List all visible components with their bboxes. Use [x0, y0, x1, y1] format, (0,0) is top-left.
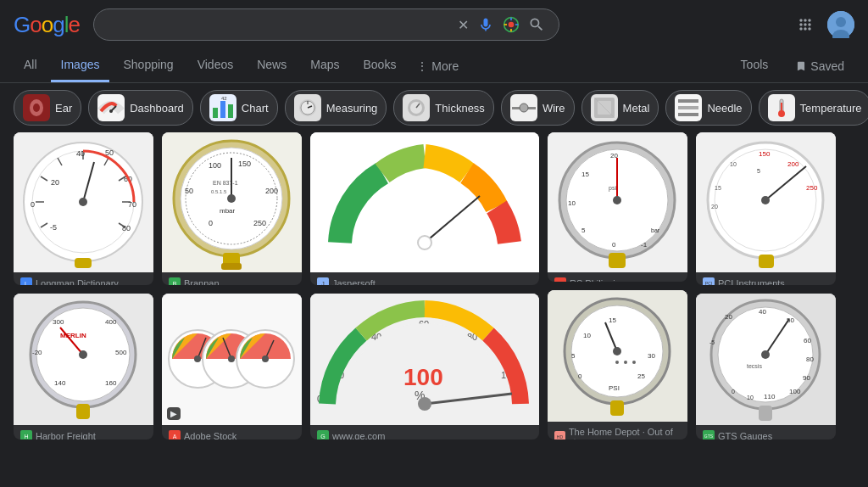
- image-card-9-source: HD The Home Depot · Out of st...: [554, 427, 681, 439]
- filter-chart[interactable]: 42 Chart: [200, 90, 278, 126]
- svg-text:0: 0: [732, 389, 735, 395]
- lens-button[interactable]: [503, 16, 520, 33]
- google-logo: Google: [14, 12, 80, 38]
- svg-text:100: 100: [403, 364, 443, 390]
- svg-text:0: 0: [578, 372, 582, 380]
- svg-text:-1: -1: [641, 241, 648, 249]
- svg-rect-153: [610, 400, 624, 416]
- tab-videos[interactable]: Videos: [187, 49, 244, 82]
- tools-button[interactable]: Tools: [731, 49, 779, 82]
- metal-thumbnail: [591, 94, 618, 121]
- tab-books[interactable]: Books: [353, 49, 406, 82]
- more-button[interactable]: ⋮ More: [409, 51, 465, 81]
- svg-text:70: 70: [128, 200, 136, 209]
- filter-ear[interactable]: Ear: [14, 90, 81, 126]
- svg-text:150: 150: [759, 150, 771, 158]
- filter-measuring[interactable]: Measuring: [285, 90, 387, 126]
- image-card-4[interactable]: 20 15 10 5 0 -1 bar psi RS: [548, 132, 687, 282]
- svg-rect-37: [678, 99, 698, 103]
- image-column-4: 20 15 10 5 0 -1 bar psi RS: [548, 132, 687, 439]
- svg-text:50: 50: [185, 187, 193, 195]
- svg-text:psi: psi: [609, 185, 616, 192]
- svg-text:bar: bar: [651, 227, 660, 233]
- filter-metal[interactable]: Metal: [581, 90, 659, 126]
- svg-point-31: [520, 104, 528, 112]
- image-card-8-source: G www.ge.com: [317, 430, 532, 439]
- svg-text:200: 200: [265, 187, 278, 195]
- svg-point-66: [79, 198, 87, 206]
- image-card-5-info: PCI PCI Instruments Boiler Gauge - PCI I…: [696, 272, 836, 285]
- svg-point-165: [761, 196, 770, 204]
- svg-text:400: 400: [105, 318, 117, 326]
- svg-text:10: 10: [747, 395, 754, 400]
- svg-text:200: 200: [787, 160, 799, 168]
- image-card-1-source: L Longman Dictionary: [20, 277, 147, 285]
- nav-tabs: All Images Shopping Videos News Maps Boo…: [0, 49, 868, 83]
- image-card-3[interactable]: J Jaspersoft What is a Gauge Chart? | Ja…: [310, 132, 539, 285]
- ear-thumbnail: [23, 94, 50, 121]
- image-card-1[interactable]: 40 20 0 -5 50 60 70 80: [14, 132, 153, 285]
- apps-grid-button[interactable]: [797, 16, 814, 33]
- image-card-8-info: G www.ge.com Gauge | Operations Hub 2023…: [310, 425, 539, 439]
- image-card-6[interactable]: MERLIN 300 -20 140 400 500 160 H: [14, 294, 153, 439]
- image-card-2[interactable]: 100 150 50 200 0 250 EN 837-1 0.5.1.5 mb…: [162, 132, 302, 285]
- svg-rect-80: [76, 404, 90, 419]
- svg-text:tecsis: tecsis: [747, 363, 762, 369]
- svg-point-1: [509, 22, 515, 28]
- image-card-4-info: RS RS Philippines RS PRO BSP 1/4 Analogu…: [548, 272, 687, 282]
- svg-text:5: 5: [757, 168, 760, 174]
- filter-thickness[interactable]: Thickness: [393, 90, 494, 126]
- svg-text:30: 30: [648, 352, 655, 360]
- avatar[interactable]: [827, 11, 854, 38]
- image-card-3-info: J Jaspersoft What is a Gauge Chart? | Ja…: [310, 272, 539, 285]
- svg-text:60: 60: [804, 337, 811, 344]
- image-card-3-source: J Jaspersoft: [317, 277, 532, 285]
- svg-text:80: 80: [122, 224, 131, 232]
- image-card-1-info: L Longman Dictionary meaning of gauge in…: [14, 272, 153, 285]
- image-card-10[interactable]: 40 50 60 80 90 100 110 20 -5 0 10 tecsis: [696, 294, 836, 439]
- image-card-5[interactable]: 150 200 250 10 15 20 5 PCI: [696, 132, 836, 285]
- voice-search-button[interactable]: [477, 16, 494, 33]
- video-badge-7: ▶: [167, 407, 181, 420]
- saved-button[interactable]: Saved: [785, 51, 854, 81]
- image-card-5-source: PCI PCI Instruments: [703, 277, 829, 285]
- tab-all[interactable]: All: [14, 49, 47, 82]
- image-card-7-source: A Adobe Stock: [169, 430, 295, 439]
- needle-thumbnail: [675, 94, 702, 121]
- filter-row: Ear Dashboard 42 Chart: [0, 83, 868, 132]
- header-right: [797, 11, 854, 38]
- svg-text:10: 10: [568, 199, 576, 207]
- svg-text:5: 5: [581, 227, 586, 234]
- tab-shopping[interactable]: Shopping: [113, 49, 183, 82]
- svg-text:-20: -20: [32, 349, 42, 356]
- tab-maps[interactable]: Maps: [300, 49, 349, 82]
- svg-text:20: 20: [725, 313, 732, 321]
- svg-point-183: [761, 350, 770, 359]
- tab-news[interactable]: News: [247, 49, 297, 82]
- svg-point-79: [79, 350, 87, 359]
- svg-text:-5: -5: [50, 223, 57, 232]
- svg-text:250: 250: [806, 184, 818, 192]
- image-card-8[interactable]: 20 40 60 80 0 100 100 %: [310, 294, 539, 439]
- svg-point-150: [632, 361, 636, 364]
- svg-text:100: 100: [789, 388, 801, 395]
- search-input[interactable]: gauge: [108, 17, 449, 32]
- filter-needle[interactable]: Needle: [665, 90, 751, 126]
- svg-rect-166: [759, 255, 774, 268]
- svg-text:mbar: mbar: [220, 207, 236, 215]
- filter-wire[interactable]: Wire: [501, 90, 575, 126]
- svg-rect-38: [678, 106, 698, 109]
- search-button[interactable]: [528, 16, 545, 33]
- svg-rect-39: [678, 113, 698, 116]
- filter-temperature[interactable]: Temperature: [759, 90, 868, 126]
- clear-button[interactable]: ✕: [458, 17, 469, 33]
- chart-thumbnail: 42: [209, 94, 236, 121]
- svg-text:0: 0: [209, 219, 213, 227]
- svg-text:300: 300: [53, 318, 64, 326]
- filter-dashboard[interactable]: Dashboard: [88, 90, 193, 126]
- image-card-9[interactable]: 15 10 5 0 PSI 25 30: [548, 290, 687, 439]
- image-column-1: 40 20 0 -5 50 60 70 80: [14, 132, 153, 439]
- image-card-6-source: H Harbor Freight: [20, 430, 147, 439]
- tab-images[interactable]: Images: [51, 49, 110, 82]
- image-card-7[interactable]: ▶ A Adobe Stock Gauge Images – Browse 25…: [162, 294, 302, 439]
